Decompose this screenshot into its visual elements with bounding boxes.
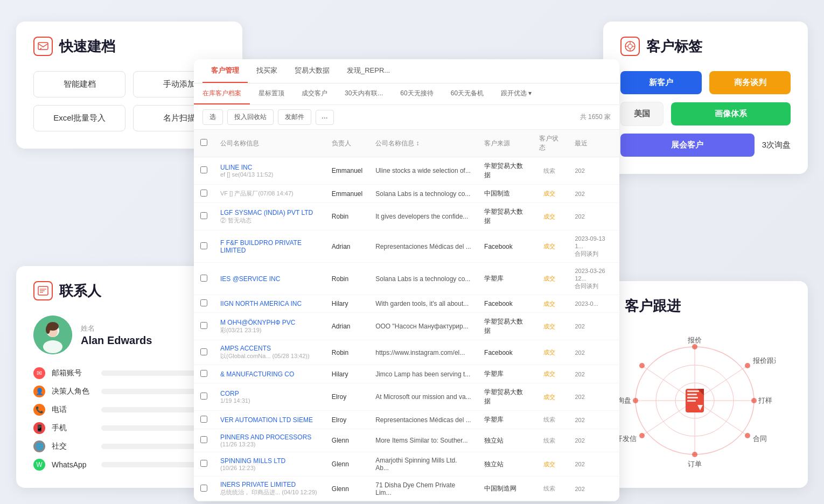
owner-cell: Glenn	[325, 452, 369, 477]
row-checkbox[interactable]	[200, 436, 207, 443]
tab-60days-no-backup[interactable]: 60天无备机	[442, 83, 492, 104]
company-desc: With garden tools, it's all about...	[375, 300, 469, 307]
customer-source: 学塑贸易大数据	[484, 318, 523, 334]
source-cell: 中国制造	[478, 185, 533, 203]
table-row: INERS PRIVATE LIMITED 总统统治， 印商品进... (04/…	[194, 477, 619, 501]
follow-title: 客户跟进	[625, 297, 681, 316]
row-checkbox-cell	[194, 429, 214, 452]
name-label: 姓名	[81, 324, 152, 333]
svg-rect-0	[38, 43, 48, 50]
quick-build-title: 快速建档	[59, 37, 115, 56]
company-cell: & MANUFACTURING CO	[214, 365, 325, 383]
row-checkbox[interactable]	[200, 212, 207, 219]
nav-find-buyer[interactable]: 找买家	[248, 59, 286, 83]
status-cell: 成交	[533, 383, 568, 411]
toolbar-select[interactable]: 选	[202, 109, 223, 125]
nav-discover[interactable]: 发现_REPR...	[338, 59, 399, 83]
tag-exhibition-customer[interactable]: 展会客户	[620, 134, 755, 157]
select-all-checkbox[interactable]	[200, 139, 207, 146]
radar-svg: 报价 报价跟进 打样 合同 订单 开发信 询盘	[614, 331, 776, 471]
tab-60days-no-contact[interactable]: 60天无接待	[392, 83, 442, 104]
row-checkbox[interactable]	[200, 166, 207, 173]
date-value: 202	[575, 349, 584, 356]
company-name[interactable]: CORP	[220, 390, 319, 397]
source-cell: 独立站	[478, 452, 533, 477]
toolbar-recycle[interactable]: 投入回收站	[227, 109, 274, 125]
tag-portrait-system[interactable]: 画像体系	[671, 102, 791, 125]
tab-starred[interactable]: 星标置顶	[250, 83, 293, 104]
row-checkbox[interactable]	[200, 393, 207, 400]
customer-source: Facebook	[484, 243, 513, 250]
company-name[interactable]: ULINE INC	[220, 164, 319, 171]
date-value: 202	[575, 461, 584, 467]
tag-usa[interactable]: 美国	[620, 102, 664, 126]
company-name[interactable]: PINNERS AND PROCESSORS	[220, 433, 319, 441]
row-checkbox[interactable]	[200, 190, 207, 197]
owner-cell: Robin	[325, 340, 369, 365]
company-name[interactable]: VER AUTOMATION LTD SIEME	[220, 416, 319, 424]
date-value: 202	[575, 437, 584, 444]
date-cell: 202	[568, 477, 619, 501]
svg-text:报价: 报价	[687, 336, 702, 344]
company-name[interactable]: М ОНЧ@ÖKNYРНФ PVC	[220, 319, 319, 326]
tab-30days[interactable]: 30天内有联...	[336, 83, 392, 104]
extra-status: 合同谈判	[575, 250, 613, 258]
btn-smart-archive[interactable]: 智能建档	[33, 71, 125, 97]
row-checkbox[interactable]	[200, 370, 207, 377]
nav-trade-data[interactable]: 贸易大数据	[286, 59, 338, 83]
status-badge: 成交	[539, 348, 560, 356]
svg-text:报价跟进: 报价跟进	[752, 356, 776, 365]
owner-name: Adrian	[332, 323, 351, 330]
svg-point-32	[745, 363, 750, 368]
company-name[interactable]: IIGN NORTH AMERICA INC	[220, 300, 319, 307]
company-name[interactable]: & MANUFACTURING CO	[220, 370, 319, 378]
company-name[interactable]: INERS PRIVATE LIMITED	[220, 481, 319, 488]
mobile-value	[101, 425, 204, 431]
company-name[interactable]: F F&F BUILDPRO PRIVATE LIMITED	[220, 239, 319, 254]
svg-rect-41	[687, 394, 697, 395]
desc-cell: More Items Similar to: Souther...	[369, 429, 478, 452]
owner-cell: Robin	[325, 203, 369, 230]
row-checkbox[interactable]	[200, 485, 207, 492]
status-cell: 成交	[533, 452, 568, 477]
row-checkbox[interactable]	[200, 460, 207, 467]
row-checkbox[interactable]	[200, 416, 207, 423]
toolbar-more[interactable]: ···	[316, 110, 334, 125]
status-badge: 线索	[539, 484, 560, 493]
nav-customer-mgmt[interactable]: 客户管理	[202, 59, 248, 83]
col-company-info: 公司名称信息 ↕	[369, 130, 478, 157]
row-checkbox[interactable]	[200, 299, 207, 306]
svg-text:合同: 合同	[753, 435, 767, 443]
company-name[interactable]: IES @SERVICE INC	[220, 275, 319, 283]
row-checkbox[interactable]	[200, 275, 207, 282]
company-name[interactable]: SPINNING MILLS LTD	[220, 457, 319, 465]
toolbar-email[interactable]: 发邮件	[278, 109, 311, 125]
svg-point-13	[628, 44, 632, 48]
company-name[interactable]: LGF SYSMAC (INDIA) PVT LTD	[220, 209, 319, 216]
tab-closed[interactable]: 成交客户	[293, 83, 336, 104]
tag-new-customer[interactable]: 新客户	[620, 71, 702, 94]
status-badge: 成交	[539, 460, 560, 468]
row-checkbox[interactable]	[200, 242, 207, 249]
date-value: 202	[575, 213, 584, 220]
btn-excel-import[interactable]: Excel批量导入	[33, 105, 125, 131]
tab-follow-preferred[interactable]: 跟开优选 ▾	[492, 83, 540, 104]
tags-grid: 新客户 商务谈判 美国 画像体系 展会客户 3次询盘	[620, 71, 791, 157]
table-row: F F&F BUILDPRO PRIVATE LIMITED Adrian Re…	[194, 230, 619, 263]
crm-toolbar: 选 投入回收站 发邮件 ··· 共 1650 家	[194, 105, 619, 130]
whatsapp-icon: W	[33, 459, 45, 471]
company-cell: IIGN NORTH AMERICA INC	[214, 295, 325, 313]
owner-name: Emmanuel	[332, 190, 362, 198]
tag-business-negotiation[interactable]: 商务谈判	[709, 71, 791, 94]
row-checkbox[interactable]	[200, 348, 207, 355]
company-desc: It gives developers the confide...	[375, 213, 468, 220]
date-value: 2023-09-13 1...	[575, 235, 605, 249]
date-cell: 202	[568, 411, 619, 429]
company-name[interactable]: AMPS ACCENTS	[220, 345, 319, 352]
owner-cell: Emmanuel	[325, 157, 369, 185]
row-checkbox[interactable]	[200, 322, 207, 329]
owner-cell: Elroy	[325, 411, 369, 429]
contact-name: Alan Edwards	[81, 334, 152, 347]
role-label: 决策人角色	[52, 387, 95, 396]
tab-all-customers[interactable]: 在库客户档案	[194, 83, 250, 104]
